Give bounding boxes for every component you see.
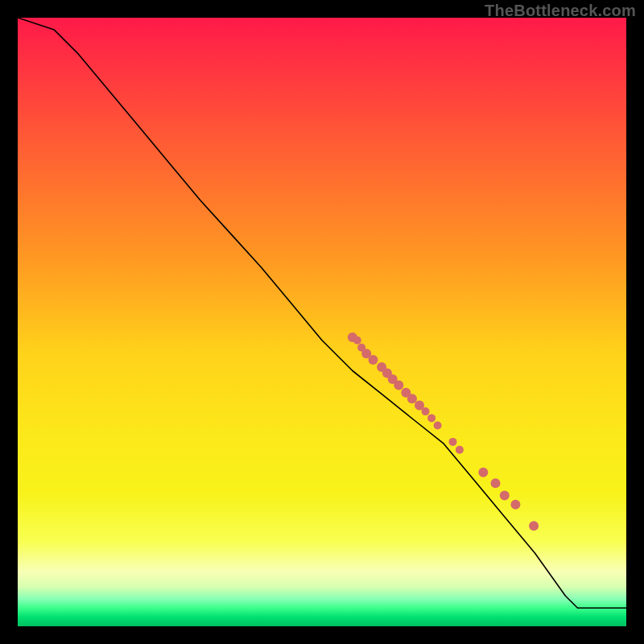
data-marker: [434, 422, 442, 430]
data-marker: [478, 468, 488, 477]
watermark-text: TheBottleneck.com: [485, 2, 636, 20]
data-marker: [427, 414, 436, 422]
data-marker: [422, 407, 430, 415]
data-marker: [500, 491, 510, 501]
curve-overlay: [18, 18, 626, 626]
chart-stage: TheBottleneck.com: [0, 0, 644, 644]
plot-area: [18, 18, 626, 626]
data-marker: [529, 521, 539, 530]
data-marker: [449, 438, 457, 446]
data-marker: [394, 381, 403, 390]
data-marker: [510, 500, 520, 510]
data-marker: [407, 394, 417, 403]
data-markers: [348, 332, 539, 530]
data-marker: [369, 355, 378, 365]
data-marker: [491, 478, 501, 488]
bottleneck-curve: [18, 18, 626, 608]
data-marker: [456, 446, 464, 454]
data-marker: [353, 336, 361, 345]
